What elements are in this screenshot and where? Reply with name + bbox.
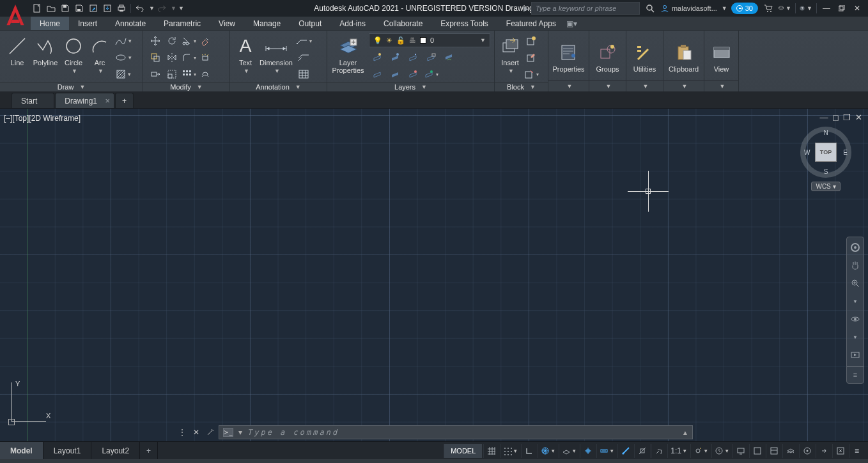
save-icon[interactable] <box>59 2 72 15</box>
layer-thaw-icon[interactable] <box>405 67 421 82</box>
annotation-scale-icon[interactable] <box>651 444 666 458</box>
vp-close-icon[interactable]: ✕ <box>854 113 863 122</box>
clean-screen-icon[interactable] <box>832 444 848 458</box>
drawing-canvas[interactable]: [–][Top][2D Wireframe] — ◻ ❐ ✕ Y X N S W… <box>0 109 868 441</box>
help-icon[interactable]: ?▼ <box>800 2 812 15</box>
polyline-button[interactable]: Polyline <box>32 33 59 68</box>
stretch-icon[interactable] <box>147 67 164 82</box>
undo-dropdown-icon[interactable]: ▼ <box>148 2 154 15</box>
text-button[interactable]: AText▼ <box>234 33 257 75</box>
units-icon[interactable] <box>749 444 764 458</box>
cmd-customize-icon[interactable] <box>205 427 216 438</box>
redo-icon[interactable] <box>155 2 168 15</box>
create-block-icon[interactable] <box>523 33 539 49</box>
lock-ui-icon[interactable] <box>782 444 798 458</box>
tab-featured-apps[interactable]: Featured Apps <box>497 17 565 30</box>
ribbon-flyout-icon[interactable]: ▣▾ <box>565 17 579 30</box>
web-open-icon[interactable] <box>87 2 100 15</box>
grid-display-icon[interactable] <box>483 444 499 458</box>
layer-properties-button[interactable]: LayerProperties <box>331 33 365 75</box>
panel-groups-label[interactable]: ▼ <box>589 80 626 91</box>
edit-block-icon[interactable] <box>523 50 539 65</box>
annotation-monitor-icon[interactable] <box>732 444 748 458</box>
offset-icon[interactable] <box>197 67 213 82</box>
layer-off-icon[interactable] <box>369 49 385 65</box>
scale-label[interactable]: 1:1▾ <box>667 444 689 458</box>
rotate-icon[interactable] <box>164 33 180 49</box>
erase-icon[interactable] <box>197 33 213 49</box>
move-icon[interactable] <box>147 33 164 49</box>
vp-restore-icon[interactable]: ❐ <box>842 113 851 122</box>
table-icon[interactable] <box>295 67 312 82</box>
trim-icon[interactable]: ▾ <box>180 33 197 49</box>
file-tab-drawing1[interactable]: Drawing1× <box>55 93 114 108</box>
search-input[interactable]: Type a keyword or phrase <box>531 2 640 15</box>
search-expand-icon[interactable]: ▶ <box>523 5 529 12</box>
open-icon[interactable] <box>45 2 58 15</box>
hatch-icon[interactable]: ▾ <box>115 67 132 82</box>
web-save-icon[interactable] <box>101 2 114 15</box>
layer-match-icon[interactable]: ▾ <box>422 67 439 82</box>
tab-view[interactable]: View <box>210 17 244 30</box>
arc-button[interactable]: Arc▼ <box>88 33 111 75</box>
quick-properties-icon[interactable] <box>766 444 781 458</box>
leader-icon[interactable]: ▾ <box>295 33 312 49</box>
trial-badge[interactable]: 30 <box>731 3 758 14</box>
redo-dropdown-icon[interactable]: ▼ <box>169 2 176 15</box>
lineweight-icon[interactable] <box>617 444 633 458</box>
layout-tab-model[interactable]: Model <box>0 442 43 459</box>
layer-iso-icon[interactable] <box>369 67 385 82</box>
viewport-label[interactable]: [–][Top][2D Wireframe] <box>4 114 81 123</box>
otrack-icon[interactable]: ▾ <box>596 444 616 458</box>
zoom-extents-icon[interactable] <box>849 277 862 290</box>
file-tab-start[interactable]: Start <box>12 93 54 108</box>
restore-icon[interactable] <box>836 3 848 14</box>
new-icon[interactable] <box>31 2 43 15</box>
app-logo-icon[interactable] <box>1 0 29 31</box>
view-button[interactable]: View <box>708 40 734 74</box>
layer-on-icon[interactable] <box>387 49 403 65</box>
cart-icon[interactable] <box>762 2 775 15</box>
panel-view-label[interactable]: ▼ <box>704 80 738 91</box>
tab-parametric[interactable]: Parametric <box>155 17 210 30</box>
edit-attributes-icon[interactable]: ▾ <box>523 67 539 82</box>
dimension-button[interactable]: Dimension▼ <box>258 33 294 75</box>
app-exchange-icon[interactable]: ▼ <box>779 2 791 15</box>
panel-block-label[interactable]: Block▼ <box>495 82 548 91</box>
layer-uniso-icon[interactable] <box>387 67 403 82</box>
spline-icon[interactable]: ▾ <box>115 33 132 49</box>
layout-tab-layout1[interactable]: Layout1 <box>43 442 92 459</box>
cmd-handle-icon[interactable]: ⋮ <box>176 427 188 438</box>
multileader-icon[interactable] <box>295 50 312 65</box>
hardware-accel-icon[interactable] <box>816 444 831 458</box>
undo-icon[interactable] <box>134 2 146 15</box>
insert-block-button[interactable]: Insert▼ <box>499 33 522 75</box>
ellipse-icon[interactable]: ▾ <box>115 50 132 65</box>
tab-output[interactable]: Output <box>290 17 330 30</box>
transparency-icon[interactable] <box>634 444 649 458</box>
saveas-icon[interactable] <box>73 2 86 15</box>
panel-layers-label[interactable]: Layers▼ <box>327 82 494 91</box>
panel-clipboard-label[interactable]: ▼ <box>663 80 704 91</box>
orbit-dropdown-icon[interactable]: ▼ <box>849 331 862 343</box>
isolate-objects-icon[interactable] <box>799 444 814 458</box>
plot-icon[interactable] <box>115 2 128 15</box>
compass-n[interactable]: N <box>823 129 828 136</box>
showmotion-icon[interactable] <box>849 349 862 361</box>
layer-freeze-icon[interactable] <box>405 49 421 65</box>
workspace-icon[interactable]: ▾ <box>711 444 731 458</box>
utilities-button[interactable]: Utilities <box>632 40 658 74</box>
vp-minimize-icon[interactable]: — <box>819 113 828 122</box>
explode-icon[interactable] <box>197 50 213 65</box>
close-icon[interactable]: ✕ <box>851 3 863 14</box>
customize-status-icon[interactable]: ≡ <box>849 444 864 458</box>
wcs-label[interactable]: WCS ▾ <box>811 182 840 191</box>
viewcube-top-face[interactable]: TOP <box>815 143 837 162</box>
layer-dropdown[interactable]: 💡 ☀ 🔓 🖶 0 ▼ <box>369 33 490 47</box>
minimize-icon[interactable]: — <box>821 3 832 14</box>
panel-utilities-label[interactable]: ▼ <box>626 80 663 91</box>
tab-express-tools[interactable]: Express Tools <box>431 17 497 30</box>
cmd-history-icon[interactable]: ▲ <box>682 429 688 436</box>
fillet-icon[interactable]: ▾ <box>180 50 197 65</box>
tab-manage[interactable]: Manage <box>244 17 290 30</box>
